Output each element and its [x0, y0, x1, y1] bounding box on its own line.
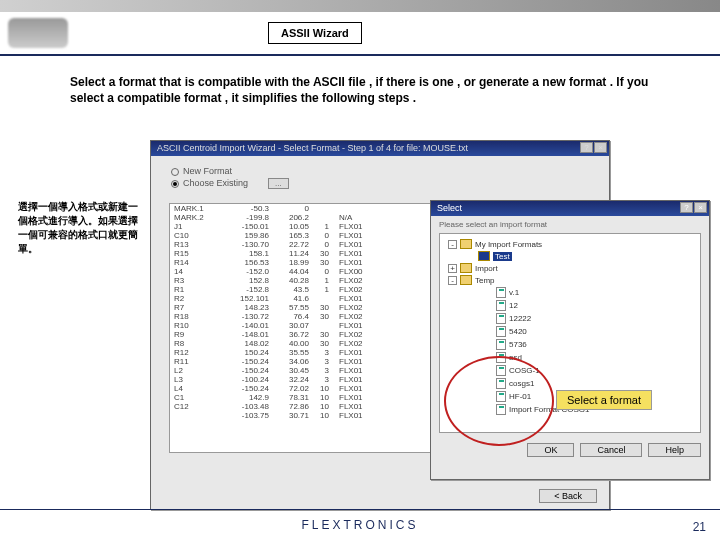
tree-item[interactable]: COSG-1: [484, 364, 696, 377]
tree-item[interactable]: cosgs1: [484, 377, 696, 390]
tree-item[interactable]: 5420: [484, 325, 696, 338]
close-icon[interactable]: ×: [694, 202, 707, 213]
device-thumbnail: [8, 18, 68, 48]
browse-format-button[interactable]: ...: [268, 178, 289, 189]
tree-item[interactable]: asd: [484, 351, 696, 364]
radio-new-format[interactable]: New Format: [171, 166, 589, 176]
callout-label: Select a format: [556, 390, 652, 410]
tree-item[interactable]: Test: [466, 250, 696, 262]
back-button[interactable]: < Back: [539, 489, 597, 503]
radio-choose-existing[interactable]: Choose Existing...: [171, 178, 589, 189]
tree-item[interactable]: 5736: [484, 338, 696, 351]
tree-item[interactable]: +Import: [448, 262, 696, 274]
wizard-titlebar: ASCII Centroid Import Wizard - Select Fo…: [151, 141, 609, 156]
select-dialog-hint: Please select an import format: [439, 220, 701, 229]
help-button[interactable]: Help: [648, 443, 701, 457]
tree-item[interactable]: 12: [484, 299, 696, 312]
tree-item[interactable]: -Temp: [448, 274, 696, 286]
help-icon[interactable]: ?: [680, 202, 693, 213]
cancel-button[interactable]: Cancel: [580, 443, 642, 457]
footer-logo: FLEXTRONICS: [0, 518, 720, 532]
close-icon[interactable]: ×: [594, 142, 607, 153]
page-description: Select a format that is compatible with …: [70, 74, 680, 106]
tree-item[interactable]: -My Import Formats: [448, 238, 696, 250]
select-dialog-title-text: Select: [437, 203, 462, 213]
tree-item[interactable]: 12222: [484, 312, 696, 325]
select-dialog-titlebar: Select ? ×: [431, 201, 709, 216]
help-icon[interactable]: ?: [580, 142, 593, 153]
tree-item[interactable]: v.1: [484, 286, 696, 299]
page-number: 21: [693, 520, 706, 534]
side-note-chinese: 選擇一個導入格式或新建一個格式進行導入。如果選擇一個可兼容的格式口就更簡單。: [18, 200, 138, 256]
ok-button[interactable]: OK: [527, 443, 574, 457]
wizard-tab: ASSII Wizard: [268, 22, 362, 44]
wizard-title-text: ASCII Centroid Import Wizard - Select Fo…: [157, 143, 468, 153]
select-format-dialog: Select ? × Please select an import forma…: [430, 200, 710, 480]
